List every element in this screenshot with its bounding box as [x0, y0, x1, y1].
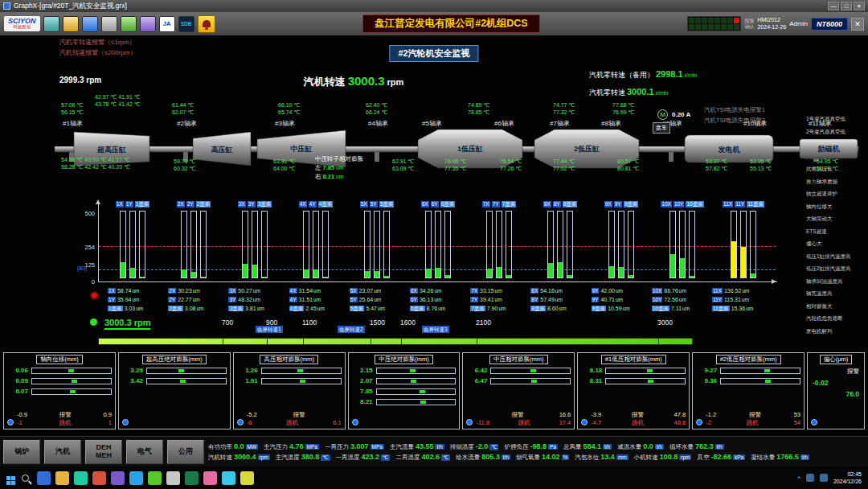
- clock-time: 02:45: [833, 471, 862, 478]
- maximize-button[interactable]: □: [841, 2, 852, 10]
- bearing-temps: 63.91 ℃ 64.00 ℃: [273, 158, 295, 172]
- nav-boiler-button[interactable]: 锅炉: [3, 440, 40, 464]
- reading-label: 真空: [697, 454, 709, 462]
- reading-label: 汽机转速: [208, 454, 232, 462]
- reading-label: 汽包水位: [575, 454, 599, 462]
- clock[interactable]: 02:45 2024/12/26: [833, 471, 862, 485]
- eccentricity-alarm-label: 报警: [847, 368, 859, 375]
- vib-y-label: 4Y: [309, 201, 317, 208]
- nav-turbine-button[interactable]: 汽机: [44, 440, 81, 464]
- reading-unit: Pa: [548, 444, 558, 450]
- bearing-temps: 42.97 ℃ 41.91 ℃ 43.78 ℃ 41.42 ℃: [95, 93, 141, 108]
- taskbar-icon[interactable]: [92, 471, 106, 485]
- eccentricity-value: -0.02: [813, 379, 828, 387]
- nav-common-button[interactable]: 公用: [167, 440, 204, 464]
- window-title: GraphX-[gra/#20T_汽机安全监视.grx]: [14, 2, 127, 11]
- taskbar-icon[interactable]: [185, 471, 199, 485]
- taskbar-icon[interactable]: [166, 471, 180, 485]
- vib-x-bar: [364, 211, 371, 278]
- status-dot: [122, 419, 129, 425]
- reading-unit: rpm: [258, 454, 270, 460]
- alarm-list-item: 相对膨胀大: [806, 300, 866, 313]
- taskbar-icon[interactable]: [129, 471, 143, 485]
- vib-cover-label: 1盖振: [135, 201, 150, 208]
- vib-y-label: 7Y: [492, 201, 500, 208]
- reading: 总风量 584.1 t/h: [563, 442, 612, 451]
- alarm-bell-icon[interactable]: [198, 15, 215, 33]
- tray-volume-icon[interactable]: [820, 474, 828, 482]
- reading-label: 主汽压力: [264, 443, 288, 451]
- alarm-list-item: 偏心大: [806, 237, 866, 250]
- taskbar-icon[interactable]: [148, 471, 162, 485]
- start-button[interactable]: [6, 476, 10, 480]
- nav-deh-meh-button[interactable]: DEH MEH: [85, 440, 122, 464]
- save-icon[interactable]: [82, 16, 98, 32]
- vib-cover-bar: [628, 211, 634, 278]
- minimize-button[interactable]: —: [828, 2, 839, 10]
- trend-icon[interactable]: [121, 16, 137, 32]
- vib-x-label: 8X: [543, 201, 551, 208]
- alarm-list-item: 轴承回油温度高: [806, 275, 866, 288]
- gauge: [605, 368, 686, 374]
- vib-cover-label: 5盖振: [379, 201, 395, 208]
- sciyon-logo: SCIYON 科远股份: [4, 16, 40, 31]
- taskbar-icon[interactable]: [240, 471, 254, 485]
- reading-label: 二再温度: [395, 454, 420, 462]
- plant-title: 盘江普定发电有限公司#2机组DCS: [362, 14, 539, 33]
- sdb-logo-icon[interactable]: SDB: [178, 16, 194, 32]
- tray-network-icon[interactable]: [806, 474, 814, 482]
- reading-value: 584.1: [583, 442, 601, 450]
- reading: 二再温度 402.6 ℃: [395, 453, 450, 462]
- nav-electrical-button[interactable]: 电气: [126, 440, 163, 464]
- vibration-value-column: 9X42.00um 9Y40.71um 9盖振10.59um: [592, 286, 648, 313]
- status-dot: [811, 419, 817, 425]
- bearing-temps: 53.95 ℃ 55.13 ℃: [750, 158, 772, 172]
- taskbar-icon[interactable]: [74, 471, 88, 485]
- speed-tick: 1600: [400, 318, 416, 327]
- vib-x-bar: [120, 211, 126, 278]
- vib-x-bar: [547, 211, 554, 278]
- ja-logo-icon[interactable]: JA: [159, 16, 175, 32]
- gauge: [376, 399, 457, 405]
- reading-value: 13.4: [600, 453, 615, 461]
- vib-x-label: 11X: [723, 201, 733, 208]
- app-icon: [3, 2, 10, 10]
- vib-cover-bar: [322, 211, 329, 278]
- cylinder-label: 1低压缸: [457, 145, 483, 153]
- alarm-grid-cell: [721, 18, 727, 23]
- vibration-group: 2X 2Y 2盖振: [169, 201, 219, 278]
- vib-x-label: 7X: [482, 201, 490, 208]
- vib-y-label: 9Y: [614, 201, 622, 208]
- vibration-group: 9X 9Y 9盖振: [596, 201, 646, 278]
- status-dot: [237, 419, 244, 425]
- taskbar-icon[interactable]: [222, 471, 235, 485]
- reading: 有功功率 0.0 MW: [208, 442, 258, 451]
- search-icon[interactable]: [22, 475, 29, 482]
- bearing-temps: 57.06 ℃ 56.15 ℃: [61, 101, 83, 116]
- gauge: [376, 388, 457, 395]
- cylinder-label: 高压缸: [211, 146, 233, 154]
- vibration-value-column: 4X31.54um 4Y31.51um 4盖振2.45um: [289, 286, 346, 313]
- status-dot: [352, 419, 358, 425]
- reading: 一再压力 3.007 MPa: [325, 442, 384, 451]
- reading: 循环水量 762.3 t/h: [669, 442, 724, 451]
- taskbar-icon[interactable]: [203, 471, 217, 485]
- new-icon[interactable]: [43, 16, 59, 32]
- tray-expand-icon[interactable]: ^: [797, 475, 800, 482]
- taskbar-icon[interactable]: [37, 471, 51, 485]
- alarm-list-item: 轴向位移大: [806, 200, 866, 213]
- toolbar-close-button[interactable]: ✕: [851, 18, 864, 31]
- open-icon[interactable]: [63, 16, 79, 32]
- reading: 炉膛负压 -98.8 Pa: [504, 442, 557, 451]
- print-icon[interactable]: [101, 16, 117, 32]
- snapshot-icon[interactable]: [140, 16, 156, 32]
- taskbar-icon[interactable]: [55, 471, 69, 485]
- taskbar-icon[interactable]: [111, 471, 125, 485]
- gauge: [376, 378, 457, 384]
- vib-x-label: 9X: [604, 201, 612, 208]
- alarm-grid-cell: [721, 24, 727, 30]
- warning-limit-label: (80): [77, 265, 87, 271]
- y-tick: 254: [74, 244, 95, 251]
- close-button[interactable]: ✕: [854, 2, 865, 10]
- reading-unit: mm: [616, 454, 628, 460]
